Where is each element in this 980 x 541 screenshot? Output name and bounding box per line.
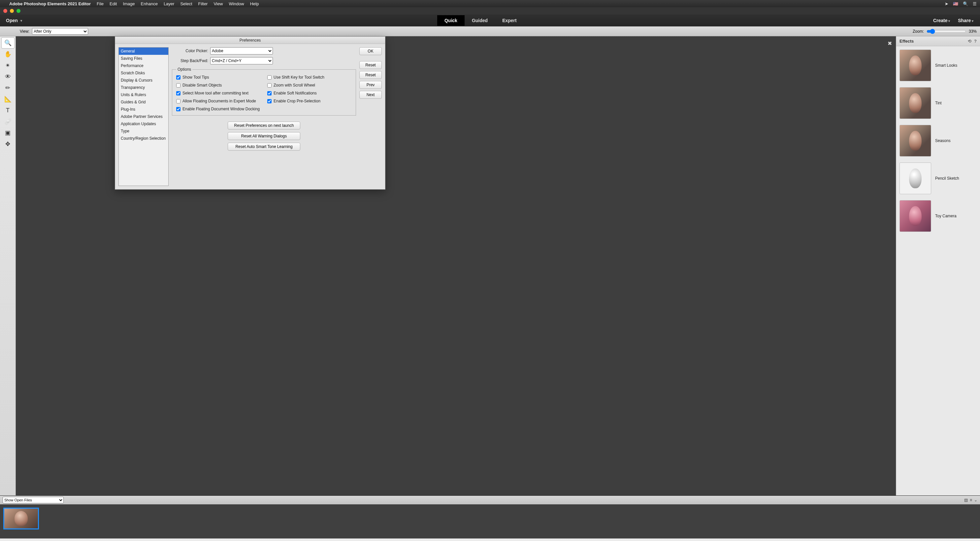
menu-filter[interactable]: Filter: [198, 1, 208, 6]
pref-reset-button[interactable]: Reset Preferences on next launch: [228, 121, 300, 129]
effect-item[interactable]: Toy Camera: [899, 200, 977, 232]
cursor-status-icon[interactable]: ➤: [945, 1, 948, 6]
pref-option[interactable]: Show Tool Tips: [176, 75, 261, 80]
pref-reset-button[interactable]: Reset: [360, 61, 382, 69]
window-zoom-icon[interactable]: [16, 9, 21, 13]
pref-category-display-cursors[interactable]: Display & Cursors: [119, 77, 168, 84]
pref-category-application-updates[interactable]: Application Updates: [119, 120, 168, 128]
pref-category-country-region-selection[interactable]: Country/Region Selection: [119, 135, 168, 142]
window-minimize-icon[interactable]: [10, 9, 14, 13]
pref-category-general[interactable]: General: [119, 48, 168, 55]
toolbox: 🔍✋✴👁✏📐T🩹▣✥: [0, 36, 16, 495]
open-button[interactable]: Open: [0, 18, 28, 23]
share-button[interactable]: Share: [958, 18, 974, 23]
pref-option[interactable]: Allow Floating Documents in Expert Mode: [176, 99, 261, 104]
effect-item[interactable]: Pencil Sketch: [899, 163, 977, 194]
pref-next-button[interactable]: Next: [360, 91, 382, 99]
menu-window[interactable]: Window: [229, 1, 244, 6]
bin-menu-icon[interactable]: ≡: [970, 498, 972, 503]
step-back-fwd-select[interactable]: Cmd+Z / Cmd+Y: [210, 57, 273, 64]
pref-option[interactable]: Enable Floating Document Window Docking: [176, 107, 261, 111]
pref-checkbox[interactable]: [176, 75, 180, 80]
eye-tool-icon[interactable]: 👁: [2, 71, 14, 82]
effects-help-icon[interactable]: ?: [974, 39, 977, 44]
quick-select-tool-icon[interactable]: ✴: [2, 60, 14, 71]
effect-thumbnail: [899, 200, 931, 232]
pref-checkbox[interactable]: [176, 83, 180, 88]
control-center-icon[interactable]: ☰: [973, 1, 977, 6]
mode-tab-guided[interactable]: Guided: [465, 15, 495, 26]
app-name[interactable]: Adobe Photoshop Elements 2021 Editor: [9, 1, 91, 6]
spot-heal-tool-icon[interactable]: 🩹: [2, 116, 14, 127]
pref-reset-button[interactable]: Reset Auto Smart Tone Learning: [228, 143, 300, 151]
menu-edit[interactable]: Edit: [110, 1, 117, 6]
hand-tool-icon[interactable]: ✋: [2, 49, 14, 59]
zoom-slider[interactable]: [926, 29, 966, 34]
zoom-value: 33%: [969, 29, 977, 34]
pref-category-units-rulers[interactable]: Units & Rulers: [119, 91, 168, 99]
open-document-thumbnail[interactable]: [3, 507, 39, 530]
zoom-label: Zoom:: [913, 29, 924, 34]
spotlight-icon[interactable]: 🔍: [963, 1, 968, 6]
pref-prev-button[interactable]: Prev: [360, 81, 382, 89]
menu-file[interactable]: File: [97, 1, 103, 6]
pref-category-transparency[interactable]: Transparency: [119, 84, 168, 91]
create-button[interactable]: Create: [933, 18, 950, 23]
effect-label: Seasons: [935, 138, 951, 143]
pref-category-saving-files[interactable]: Saving Files: [119, 55, 168, 62]
options-fieldset: Options Show Tool TipsUse Shift Key for …: [172, 67, 356, 116]
pref-option[interactable]: Zoom with Scroll Wheel: [267, 83, 352, 88]
pref-option[interactable]: Enable Soft Notifications: [267, 91, 352, 96]
effect-thumbnail: [899, 125, 931, 156]
window-close-icon[interactable]: [3, 9, 7, 13]
pref-option[interactable]: Enable Crop Pre-Selection: [267, 99, 352, 104]
pref-ok-button[interactable]: OK: [360, 47, 382, 55]
menu-help[interactable]: Help: [250, 1, 259, 6]
menu-enhance[interactable]: Enhance: [141, 1, 158, 6]
bin-chevron-icon[interactable]: ⌄: [974, 498, 977, 503]
pref-checkbox[interactable]: [176, 99, 180, 104]
pref-reset-button[interactable]: Reset All Warning Dialogs: [228, 132, 300, 140]
pref-reset-button[interactable]: Reset: [360, 71, 382, 79]
view-label: View:: [20, 29, 29, 34]
mode-tab-expert[interactable]: Expert: [495, 15, 524, 26]
whiten-tool-icon[interactable]: ✏: [2, 83, 14, 93]
menu-view[interactable]: View: [213, 1, 223, 6]
pref-option[interactable]: Select Move tool after committing text: [176, 91, 261, 96]
bin-grid-icon[interactable]: ▤: [964, 498, 968, 503]
pref-category-adobe-partner-services[interactable]: Adobe Partner Services: [119, 113, 168, 120]
pref-category-guides-grid[interactable]: Guides & Grid: [119, 99, 168, 106]
pref-category-type[interactable]: Type: [119, 128, 168, 135]
mode-tab-quick[interactable]: Quick: [437, 15, 465, 26]
effect-item[interactable]: Tint: [899, 87, 977, 119]
crop-tool-icon[interactable]: ▣: [2, 128, 14, 138]
pref-option[interactable]: Use Shift Key for Tool Switch: [267, 75, 352, 80]
pref-checkbox[interactable]: [267, 75, 272, 80]
pref-option[interactable]: Disable Smart Objects: [176, 83, 261, 88]
zoom-tool-icon[interactable]: 🔍: [2, 38, 14, 48]
pref-category-scratch-disks[interactable]: Scratch Disks: [119, 69, 168, 77]
menu-image[interactable]: Image: [123, 1, 135, 6]
pref-checkbox[interactable]: [267, 99, 272, 104]
color-picker-select[interactable]: Adobe: [210, 47, 273, 54]
pref-category-performance[interactable]: Performance: [119, 62, 168, 69]
effect-item[interactable]: Smart Looks: [899, 49, 977, 81]
effects-reset-icon[interactable]: ⟲: [968, 39, 971, 44]
straighten-tool-icon[interactable]: 📐: [2, 94, 14, 104]
preferences-dialog: Preferences GeneralSaving FilesPerforman…: [115, 36, 385, 190]
document-close-icon[interactable]: ✖: [888, 40, 892, 46]
pref-checkbox[interactable]: [176, 107, 180, 111]
pref-checkbox[interactable]: [267, 91, 272, 96]
pref-checkbox[interactable]: [267, 83, 272, 88]
menu-select[interactable]: Select: [180, 1, 192, 6]
menu-layer[interactable]: Layer: [164, 1, 175, 6]
effect-item[interactable]: Seasons: [899, 125, 977, 156]
flag-status-icon[interactable]: 🇺🇸: [953, 1, 958, 6]
pref-category-plug-ins[interactable]: Plug-Ins: [119, 106, 168, 113]
text-tool-icon[interactable]: T: [2, 105, 14, 116]
view-select[interactable]: After Only: [32, 28, 88, 35]
photo-bin-select[interactable]: Show Open Files: [3, 497, 64, 503]
pref-checkbox[interactable]: [176, 91, 180, 96]
move-tool-icon[interactable]: ✥: [2, 139, 14, 149]
document-canvas[interactable]: ✖ Preferences GeneralSaving FilesPerform…: [16, 36, 896, 495]
